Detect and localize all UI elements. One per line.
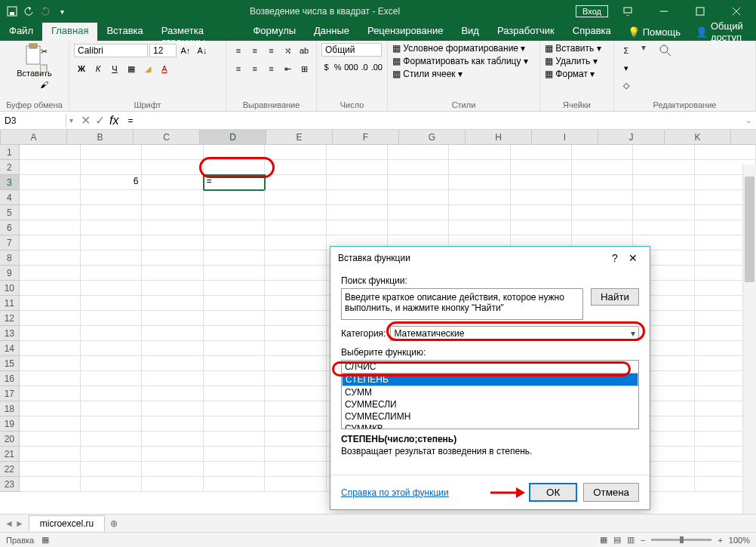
cell-K5[interactable] bbox=[633, 205, 694, 220]
font-size-select[interactable]: 12 bbox=[149, 44, 177, 57]
cell-E9[interactable] bbox=[265, 266, 326, 281]
cell-B4[interactable] bbox=[81, 190, 142, 205]
font-name-select[interactable]: Calibri bbox=[74, 44, 148, 57]
format-table-button[interactable]: ▦ Форматировать как таблицу ▾ bbox=[392, 56, 535, 66]
cell-A15[interactable] bbox=[20, 356, 81, 371]
cell-A23[interactable] bbox=[20, 477, 81, 492]
align-top-icon[interactable]: ≡ bbox=[231, 43, 246, 58]
row-header-2[interactable]: 2 bbox=[0, 160, 20, 175]
view-pagebreak-icon[interactable]: ▥ bbox=[627, 535, 635, 545]
col-header-C[interactable]: C bbox=[134, 130, 200, 144]
row-header-22[interactable]: 22 bbox=[0, 462, 20, 477]
cell-A11[interactable] bbox=[20, 296, 81, 311]
tab-insert[interactable]: Вставка bbox=[97, 23, 152, 41]
cancel-formula-icon[interactable]: ✕ bbox=[81, 113, 91, 128]
cell-B23[interactable] bbox=[81, 477, 142, 492]
row-header-23[interactable]: 23 bbox=[0, 477, 20, 492]
cell-B21[interactable] bbox=[81, 447, 142, 462]
increase-font-icon[interactable]: A↑ bbox=[178, 43, 193, 58]
name-box[interactable]: D3 bbox=[0, 114, 66, 128]
add-sheet-icon[interactable]: ⊕ bbox=[105, 518, 123, 529]
cell-B2[interactable] bbox=[81, 160, 142, 175]
cell-E23[interactable] bbox=[265, 477, 326, 492]
cell-B14[interactable] bbox=[81, 341, 142, 356]
currency-icon[interactable]: $ bbox=[321, 60, 331, 75]
cell-B15[interactable] bbox=[81, 356, 142, 371]
cell-D18[interactable] bbox=[204, 401, 265, 416]
cell-E19[interactable] bbox=[265, 416, 326, 432]
row-header-11[interactable]: 11 bbox=[0, 296, 20, 311]
cell-C15[interactable] bbox=[142, 356, 203, 371]
col-header-I[interactable]: I bbox=[532, 130, 598, 144]
search-function-input[interactable]: Введите краткое описание действия, котор… bbox=[341, 288, 583, 320]
row-header-15[interactable]: 15 bbox=[0, 356, 20, 371]
cell-C17[interactable] bbox=[142, 386, 203, 401]
dialog-close-icon[interactable]: ✕ bbox=[624, 252, 642, 264]
cell-A21[interactable] bbox=[20, 447, 81, 462]
sheet-next-icon[interactable]: ► bbox=[15, 518, 24, 529]
cell-A9[interactable] bbox=[20, 266, 81, 281]
login-button[interactable]: Вход bbox=[576, 5, 608, 17]
inc-decimal-icon[interactable]: .0 bbox=[360, 60, 370, 75]
align-center-icon[interactable]: ≡ bbox=[247, 61, 263, 76]
close-icon[interactable] bbox=[720, 0, 753, 23]
tab-review[interactable]: Рецензирование bbox=[358, 23, 452, 41]
enter-formula-icon[interactable]: ✓ bbox=[95, 113, 105, 128]
ok-button[interactable]: ОК bbox=[529, 483, 577, 502]
cell-C13[interactable] bbox=[142, 326, 203, 341]
cell-D23[interactable] bbox=[204, 477, 265, 492]
cell-B10[interactable] bbox=[81, 281, 142, 296]
bold-button[interactable]: Ж bbox=[74, 61, 89, 76]
cell-A19[interactable] bbox=[20, 416, 81, 432]
cell-D4[interactable] bbox=[204, 190, 265, 205]
cell-E18[interactable] bbox=[265, 401, 326, 416]
sheet-prev-icon[interactable]: ◄ bbox=[5, 518, 14, 529]
cell-E10[interactable] bbox=[265, 281, 326, 296]
cell-J1[interactable] bbox=[572, 145, 633, 160]
cell-D19[interactable] bbox=[204, 416, 265, 432]
view-normal-icon[interactable]: ▦ bbox=[600, 535, 607, 545]
cell-A8[interactable] bbox=[20, 250, 81, 266]
row-header-5[interactable]: 5 bbox=[0, 205, 20, 220]
view-pagelayout-icon[interactable]: ▤ bbox=[613, 535, 621, 545]
cell-A22[interactable] bbox=[20, 462, 81, 477]
zoom-in-icon[interactable]: + bbox=[718, 536, 722, 545]
cut-icon[interactable]: ✂ bbox=[36, 44, 51, 59]
cell-A7[interactable] bbox=[20, 235, 81, 250]
col-header-H[interactable]: H bbox=[466, 130, 532, 144]
cell-I5[interactable] bbox=[511, 205, 572, 220]
indent-dec-icon[interactable]: ⇤ bbox=[280, 61, 295, 76]
row-header-17[interactable]: 17 bbox=[0, 386, 20, 401]
cell-D3[interactable]: = bbox=[204, 175, 265, 190]
minimize-icon[interactable] bbox=[647, 0, 681, 23]
fill-color-icon[interactable]: ◢ bbox=[140, 61, 155, 76]
cell-B6[interactable] bbox=[81, 220, 142, 235]
tab-file[interactable]: Файл bbox=[0, 23, 42, 41]
row-header-9[interactable]: 9 bbox=[0, 266, 20, 281]
cell-D22[interactable] bbox=[204, 462, 265, 477]
tell-me[interactable]: 💡Помощь bbox=[620, 23, 688, 41]
cell-K4[interactable] bbox=[633, 190, 694, 205]
cell-E4[interactable] bbox=[265, 190, 326, 205]
cell-D20[interactable] bbox=[204, 432, 265, 447]
col-header-F[interactable]: F bbox=[333, 130, 399, 144]
cell-A14[interactable] bbox=[20, 341, 81, 356]
vertical-scrollbar[interactable] bbox=[742, 164, 756, 514]
row-header-6[interactable]: 6 bbox=[0, 220, 20, 235]
help-link[interactable]: Справка по этой функции bbox=[341, 487, 449, 498]
cells-insert-button[interactable]: ▦ Вставить ▾ bbox=[545, 43, 609, 54]
cell-G4[interactable] bbox=[388, 190, 449, 205]
align-right-icon[interactable]: ≡ bbox=[264, 61, 279, 76]
row-header-19[interactable]: 19 bbox=[0, 416, 20, 432]
cell-F4[interactable] bbox=[327, 190, 388, 205]
cell-C16[interactable] bbox=[142, 371, 203, 386]
cell-E14[interactable] bbox=[265, 341, 326, 356]
function-item[interactable]: СУММЕСЛИ bbox=[342, 398, 638, 410]
row-header-16[interactable]: 16 bbox=[0, 371, 20, 386]
cell-E8[interactable] bbox=[265, 250, 326, 266]
cell-H5[interactable] bbox=[449, 205, 510, 220]
cell-H3[interactable] bbox=[449, 175, 510, 190]
cell-L1[interactable] bbox=[695, 145, 756, 160]
cell-H4[interactable] bbox=[449, 190, 510, 205]
find-select-button[interactable] bbox=[658, 43, 673, 93]
